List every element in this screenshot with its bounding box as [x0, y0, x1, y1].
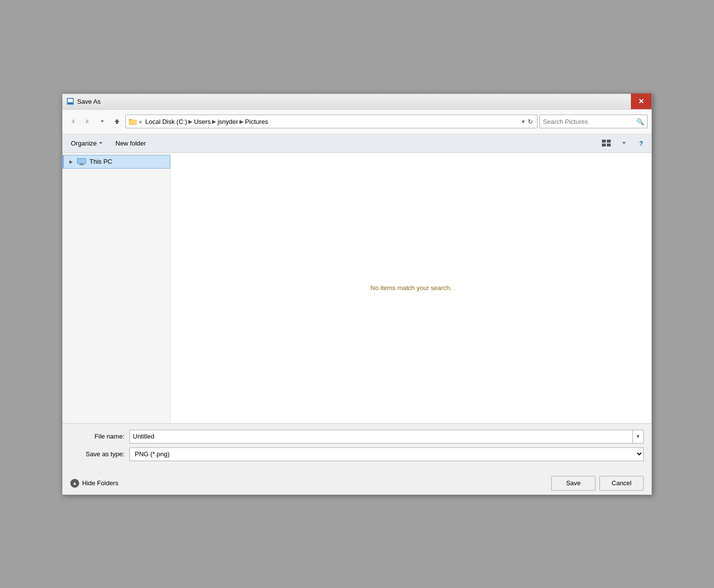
breadcrumb-prefix: « [139, 118, 142, 125]
breadcrumb-pictures[interactable]: Pictures [245, 118, 268, 125]
hide-folders-button[interactable]: ▲ Hide Folders [70, 479, 119, 488]
svg-rect-1 [68, 99, 73, 102]
hide-folders-label: Hide Folders [82, 479, 119, 487]
search-box: 🔍 [539, 115, 648, 128]
file-name-row: File name: ▼ [70, 430, 644, 443]
dialog-title: Save As [77, 98, 101, 105]
empty-message: No items match your search. [370, 284, 451, 292]
svg-marker-3 [71, 119, 74, 124]
cancel-button[interactable]: Cancel [599, 476, 644, 491]
title-bar: Save As ✕ [62, 94, 652, 110]
breadcrumb-jsnyder[interactable]: jsnyder [217, 118, 238, 125]
sidebar-item-this-pc[interactable]: ▶ This PC [62, 155, 170, 169]
close-button[interactable]: ✕ [631, 93, 652, 109]
file-name-input[interactable] [130, 433, 632, 440]
save-type-select-wrap: PNG (*.png) JPEG (*.jpg) BMP (*.bmp) GIF… [129, 447, 644, 461]
address-bar[interactable]: « Local Disk (C:) ▶ Users ▶ jsnyder ▶ Pi… [125, 115, 537, 128]
file-name-label: File name: [70, 433, 124, 440]
svg-rect-11 [129, 120, 136, 124]
save-as-dialog: Save As ✕ [62, 93, 652, 495]
svg-rect-19 [78, 159, 86, 163]
search-icon: 🔍 [636, 118, 644, 125]
svg-rect-16 [607, 144, 611, 147]
new-folder-button[interactable]: New folder [111, 136, 150, 150]
organize-label: Organize [71, 140, 97, 147]
svg-rect-14 [607, 140, 611, 143]
back-icon [70, 118, 75, 124]
file-area: No items match your search. [171, 153, 652, 423]
svg-marker-4 [86, 119, 89, 124]
sidebar-item-label-this-pc: This PC [89, 158, 112, 165]
dropdown-arrow-icon [100, 119, 104, 123]
bottom-form-area: File name: ▼ Save as type: PNG (*.png) J… [62, 423, 652, 471]
up-button[interactable] [111, 115, 123, 128]
back-button[interactable] [66, 115, 79, 128]
up-icon [114, 118, 120, 124]
view-icon [602, 140, 611, 147]
hide-folders-icon: ▲ [70, 479, 79, 488]
save-button[interactable]: Save [551, 476, 595, 491]
forward-button[interactable] [81, 115, 94, 128]
svg-rect-21 [79, 165, 85, 165]
save-type-label: Save as type: [70, 450, 124, 458]
view-dropdown-icon [622, 141, 626, 145]
title-bar-left: Save As [66, 97, 101, 105]
action-buttons: Save Cancel [551, 476, 644, 491]
breadcrumb-users[interactable]: Users [194, 118, 210, 125]
dropdown-history-button[interactable] [96, 115, 109, 128]
breadcrumb: « Local Disk (C:) ▶ Users ▶ jsnyder ▶ Pi… [139, 118, 520, 125]
refresh-button[interactable]: ↻ [527, 118, 534, 125]
svg-rect-2 [68, 103, 73, 104]
footer-bar: ▲ Hide Folders Save Cancel [62, 471, 652, 495]
save-type-select[interactable]: PNG (*.png) JPEG (*.jpg) BMP (*.bmp) GIF… [130, 450, 643, 458]
new-folder-label: New folder [116, 140, 146, 147]
organize-button[interactable]: Organize [66, 136, 107, 150]
address-dropdown-button[interactable]: ▼ [520, 119, 527, 124]
svg-rect-13 [602, 140, 606, 143]
svg-marker-12 [99, 142, 102, 144]
svg-marker-6 [115, 119, 119, 122]
svg-rect-15 [602, 144, 606, 147]
help-button[interactable]: ? [635, 137, 648, 149]
search-input[interactable] [543, 118, 636, 125]
expand-icon: ▶ [68, 159, 74, 165]
view-dropdown-button[interactable] [617, 136, 631, 150]
svg-rect-7 [116, 122, 118, 124]
nav-bar: « Local Disk (C:) ▶ Users ▶ jsnyder ▶ Pi… [62, 110, 652, 134]
pc-icon [77, 158, 87, 166]
view-toggle-button[interactable] [599, 136, 613, 150]
file-name-dropdown-button[interactable]: ▼ [632, 430, 643, 443]
svg-marker-5 [101, 120, 104, 122]
folder-icon [129, 118, 137, 125]
sidebar: ▶ This PC [62, 153, 171, 423]
svg-marker-17 [623, 142, 625, 144]
toolbar: Organize New folder ? [62, 134, 652, 153]
file-name-input-wrap: ▼ [129, 430, 644, 443]
content-area: ▶ This PC No items match your search. [62, 153, 652, 423]
organize-dropdown-icon [99, 141, 103, 145]
save-type-row: Save as type: PNG (*.png) JPEG (*.jpg) B… [70, 447, 644, 461]
svg-rect-20 [80, 164, 83, 165]
app-icon [66, 97, 74, 105]
breadcrumb-local-disk[interactable]: Local Disk (C:) [145, 118, 187, 125]
forward-icon [85, 118, 90, 124]
